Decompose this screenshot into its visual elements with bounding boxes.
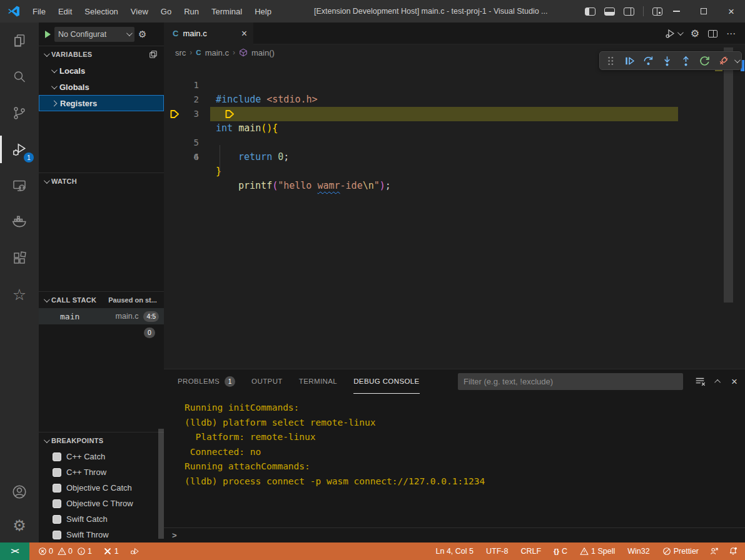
tab-problems[interactable]: PROBLEMS 1 xyxy=(178,369,235,393)
breakpoints-header[interactable]: BREAKPOINTS xyxy=(39,432,164,449)
variables-item-registers[interactable]: Registers xyxy=(39,95,164,111)
symbol-cube-icon xyxy=(239,48,248,57)
activity-extensions-icon[interactable] xyxy=(0,240,39,276)
account-icon[interactable] xyxy=(0,475,39,509)
menu-selection[interactable]: Selection xyxy=(78,0,124,22)
close-tab-icon[interactable]: × xyxy=(241,29,247,39)
variables-header[interactable]: VARIABLES xyxy=(39,46,164,62)
menu-help[interactable]: Help xyxy=(248,0,278,22)
debug-step-into-button[interactable] xyxy=(659,52,676,69)
more-actions-icon[interactable]: ⋯ xyxy=(726,28,736,39)
toggle-sidebar-icon[interactable] xyxy=(585,8,595,16)
toolbar-grip-icon[interactable] xyxy=(602,52,620,69)
tab-terminal[interactable]: TERMINAL xyxy=(299,369,337,393)
debug-step-out-button[interactable] xyxy=(677,52,694,69)
debug-status-icon[interactable] xyxy=(126,542,143,560)
debug-configuration-dropdown[interactable]: No Configurat xyxy=(54,27,134,42)
breadcrumb-symbol[interactable]: main() xyxy=(251,48,275,58)
toggle-secondary-sidebar-icon[interactable] xyxy=(624,8,634,16)
checkbox[interactable] xyxy=(53,484,61,492)
activity-remote-explorer-icon[interactable] xyxy=(0,168,39,204)
cursor-position[interactable]: Ln 4, Col 5 xyxy=(432,547,477,556)
feedback-icon[interactable] xyxy=(706,547,722,556)
checkbox[interactable] xyxy=(53,468,61,477)
problems-status[interactable]: 0 0 1 xyxy=(34,542,96,560)
configure-gear-icon[interactable]: ⚙ xyxy=(138,29,146,40)
breadcrumb-folder[interactable]: src xyxy=(175,48,186,58)
split-editor-icon[interactable] xyxy=(708,30,717,38)
debug-step-over-button[interactable] xyxy=(640,52,657,69)
settings-gear-icon[interactable]: ⚙ xyxy=(691,28,699,39)
breakpoint-objc-catch[interactable]: Objective C Catch xyxy=(39,480,164,496)
call-stack-header[interactable]: CALL STACK Paused on st... xyxy=(39,292,164,308)
menu-view[interactable]: View xyxy=(124,0,155,22)
variables-item-globals[interactable]: Globals xyxy=(39,79,164,95)
activity-search-icon[interactable] xyxy=(0,59,39,95)
checkbox[interactable] xyxy=(53,515,61,524)
notifications-bell-icon[interactable] xyxy=(725,547,741,556)
breakpoint-objc-throw[interactable]: Objective C Throw xyxy=(39,496,164,511)
copy-icon[interactable] xyxy=(149,50,158,59)
tab-main-c[interactable]: C main.c × xyxy=(164,22,253,44)
spell-status[interactable]: 1 Spell xyxy=(576,547,619,556)
console-filter-input[interactable] xyxy=(458,373,683,390)
close-window-button[interactable]: × xyxy=(717,0,745,22)
activity-source-control-icon[interactable] xyxy=(0,95,39,131)
debug-toolbar-dropdown-icon[interactable] xyxy=(734,57,741,63)
run-or-debug-button[interactable] xyxy=(665,28,682,39)
breadcrumb-file[interactable]: main.c xyxy=(205,48,229,58)
console-input-row[interactable]: > xyxy=(164,528,745,542)
editor-scrollbar[interactable] xyxy=(724,48,733,302)
chevron-right-icon xyxy=(51,100,58,106)
debug-stackframe-arrow-icon[interactable] xyxy=(170,109,180,119)
tools-status[interactable]: 1 xyxy=(99,542,123,560)
breakpoint-cpp-catch[interactable]: C++ Catch xyxy=(39,449,164,464)
variables-item-locals[interactable]: Locals xyxy=(39,62,164,79)
toggle-panel-icon[interactable] xyxy=(604,8,615,16)
stack-frame-row[interactable]: main main.c 4:5 xyxy=(39,308,164,324)
debug-continue-button[interactable] xyxy=(621,52,639,69)
tab-output[interactable]: OUTPUT xyxy=(251,369,283,393)
breakpoint-swift-catch[interactable]: Swift Catch xyxy=(39,511,164,527)
activity-docker-icon[interactable] xyxy=(0,204,39,240)
eol-status[interactable]: CRLF xyxy=(517,547,545,556)
formatter-status[interactable]: Prettier xyxy=(659,547,702,556)
panel-tab-bar: PROBLEMS 1 OUTPUT TERMINAL DEBUG CONSOLE… xyxy=(164,369,745,393)
debug-console-output[interactable]: Running initCommands: (lldb) platform se… xyxy=(164,393,745,489)
code-editor[interactable]: 1 #include <stdio.h> 2 3 int main(){ 4 p… xyxy=(164,61,745,369)
activity-explorer-icon[interactable] xyxy=(0,22,39,59)
thread-row[interactable]: 0 xyxy=(39,324,164,341)
minimize-button[interactable] xyxy=(662,0,690,22)
close-panel-icon[interactable]: × xyxy=(731,376,737,387)
clear-console-icon[interactable] xyxy=(694,376,706,387)
title-bar: File Edit Selection View Go Run Terminal… xyxy=(0,0,745,22)
encoding-status[interactable]: UTF-8 xyxy=(482,547,512,556)
checkbox[interactable] xyxy=(53,499,61,508)
platform-status[interactable]: Win32 xyxy=(624,547,653,556)
watch-header[interactable]: WATCH xyxy=(39,173,164,189)
sidebar-scrollbar[interactable] xyxy=(158,429,164,539)
menu-run[interactable]: Run xyxy=(178,0,205,22)
activity-favorites-icon[interactable]: ☆ xyxy=(0,276,39,312)
checkbox[interactable] xyxy=(53,531,61,539)
menu-go[interactable]: Go xyxy=(155,0,178,22)
start-debug-icon[interactable] xyxy=(45,31,51,38)
customize-layout-icon[interactable] xyxy=(652,8,662,16)
remote-indicator[interactable]: >< xyxy=(0,542,29,560)
braces-icon: {} xyxy=(554,548,559,555)
settings-gear-icon[interactable]: ⚙ xyxy=(0,509,39,542)
breakpoint-cpp-throw[interactable]: C++ Throw xyxy=(39,464,164,480)
activity-run-debug-icon[interactable]: 1 xyxy=(0,131,39,168)
debug-restart-button[interactable] xyxy=(696,52,713,69)
tab-debug-console[interactable]: DEBUG CONSOLE xyxy=(353,369,420,393)
menu-file[interactable]: File xyxy=(26,0,52,22)
chevron-down-icon xyxy=(44,437,50,443)
menu-terminal[interactable]: Terminal xyxy=(205,0,248,22)
menu-edit[interactable]: Edit xyxy=(52,0,78,22)
maximize-panel-icon[interactable] xyxy=(714,379,721,385)
language-mode[interactable]: {} C xyxy=(550,547,571,556)
debug-disconnect-button[interactable] xyxy=(714,52,732,69)
maximize-button[interactable] xyxy=(690,0,717,22)
breakpoint-swift-throw[interactable]: Swift Throw xyxy=(39,527,164,542)
checkbox[interactable] xyxy=(53,452,61,461)
